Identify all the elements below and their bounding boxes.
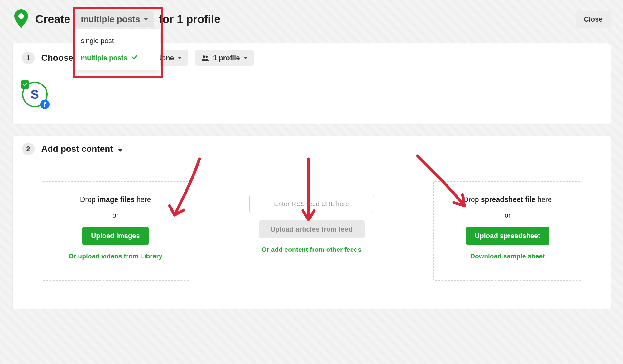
caret-down-icon bbox=[144, 18, 148, 21]
app-logo-icon bbox=[12, 9, 30, 30]
dropdown-option-single[interactable]: single post bbox=[75, 32, 160, 49]
drop-images-pane[interactable]: Drop image files here or Upload images O… bbox=[41, 181, 190, 281]
profile-initial: S bbox=[31, 88, 39, 102]
chevron-down-icon bbox=[118, 149, 123, 152]
title-create: Create bbox=[36, 13, 70, 26]
svg-point-0 bbox=[18, 13, 24, 19]
step1-badge: 1 bbox=[22, 52, 35, 64]
facebook-badge-icon: f bbox=[40, 100, 50, 109]
download-sample-link[interactable]: Download sample sheet bbox=[470, 252, 545, 260]
step2-badge: 2 bbox=[22, 143, 35, 155]
dropdown-option-multiple[interactable]: multiple posts bbox=[75, 49, 160, 67]
sheet-or: or bbox=[505, 211, 511, 219]
dropdown-option-multiple-label: multiple posts bbox=[81, 54, 127, 62]
post-mode-dropdown-trigger[interactable]: multiple posts bbox=[75, 11, 154, 27]
drop-spreadsheet-text: Drop spreadsheet file here bbox=[463, 195, 552, 204]
rss-pane: Upload articles from feed Or add content… bbox=[237, 181, 386, 281]
step2-title: Add post content bbox=[41, 144, 123, 154]
drop-spreadsheet-pane[interactable]: Drop spreadsheet file here or Upload spr… bbox=[433, 181, 582, 281]
dropdown-option-single-label: single post bbox=[81, 37, 114, 45]
profile-avatar[interactable]: S f bbox=[22, 82, 49, 108]
other-feeds-link[interactable]: Or add content from other feeds bbox=[261, 246, 362, 253]
svg-point-1 bbox=[203, 55, 205, 58]
step2-card: 2 Add post content Drop image files here… bbox=[12, 136, 611, 309]
drop-images-text: Drop image files here bbox=[80, 195, 151, 204]
page-header: Create multiple posts single post multip… bbox=[9, 6, 614, 39]
caret-down-icon bbox=[243, 57, 248, 59]
people-icon bbox=[201, 55, 209, 61]
upload-videos-link[interactable]: Or upload videos from Library bbox=[69, 252, 162, 260]
profiles-selector[interactable]: 1 profile bbox=[195, 50, 254, 66]
upload-spreadsheet-button[interactable]: Upload spreadsheet bbox=[466, 227, 549, 245]
caret-down-icon bbox=[178, 57, 182, 59]
check-icon bbox=[131, 54, 138, 62]
profiles-selector-label: 1 profile bbox=[213, 54, 240, 62]
upload-articles-button[interactable]: Upload articles from feed bbox=[259, 220, 365, 238]
post-mode-dropdown-menu: single post multiple posts bbox=[75, 29, 160, 70]
rss-url-input[interactable] bbox=[249, 195, 374, 213]
step2-header[interactable]: 2 Add post content bbox=[13, 136, 611, 162]
svg-point-2 bbox=[206, 56, 208, 58]
images-or: or bbox=[113, 211, 119, 219]
post-mode-dropdown-label: multiple posts bbox=[81, 14, 140, 24]
upload-images-button[interactable]: Upload images bbox=[82, 227, 148, 245]
title-for: for 1 profile bbox=[159, 13, 220, 26]
profile-selected-check-icon bbox=[21, 80, 29, 89]
close-button[interactable]: Close bbox=[576, 11, 611, 28]
